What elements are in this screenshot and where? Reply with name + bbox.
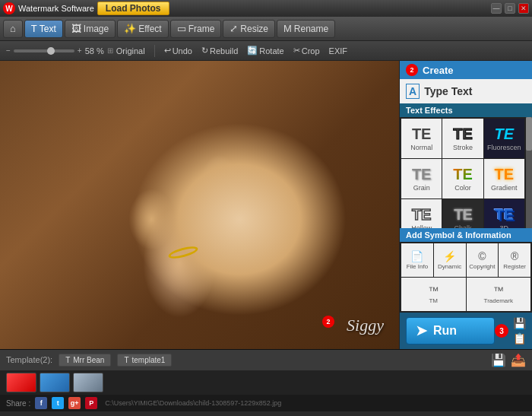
undo-button[interactable]: ↩ Undo bbox=[164, 46, 192, 56]
effects-scrollbar[interactable] bbox=[526, 117, 532, 228]
effect-stroke[interactable]: TE Stroke bbox=[442, 119, 483, 158]
text-effects-header: Text Effects bbox=[400, 103, 532, 117]
zoom-area: − + 58 % ⊞ Original bbox=[6, 46, 145, 56]
secondary-toolbar: − + 58 % ⊞ Original ↩ Undo ↻ Rebuild 🔄 R… bbox=[0, 41, 532, 61]
effect-name-hollow: Hollow bbox=[411, 224, 432, 228]
right-panel: 2 Create A Type Text Text Effects TE Nor… bbox=[399, 61, 532, 349]
export-icon-button[interactable]: 📋 bbox=[513, 332, 526, 345]
tab-frame[interactable]: ▭ Frame bbox=[170, 20, 222, 38]
maximize-button[interactable]: □ bbox=[505, 3, 515, 14]
symbol-dynamic[interactable]: ⚡ Dynamic bbox=[434, 243, 466, 277]
effect-normal[interactable]: TE Normal bbox=[401, 119, 442, 158]
symbol-tm[interactable]: ™ TM bbox=[401, 278, 466, 311]
effect-hollow[interactable]: TE Hollow bbox=[401, 199, 442, 228]
rotate-label: Rotate bbox=[259, 46, 283, 56]
tab-rename[interactable]: M Rename bbox=[277, 20, 335, 38]
symbol-register[interactable]: ® Register bbox=[499, 243, 530, 277]
resize-icon: ⤢ bbox=[230, 23, 238, 34]
undo-label: Undo bbox=[173, 46, 192, 56]
save-area: 💾 📤 bbox=[491, 353, 526, 367]
tab-effect-label: Effect bbox=[138, 24, 161, 34]
run-button[interactable]: ➤ Run bbox=[406, 317, 495, 345]
template-tab-mrr-bean[interactable]: T Mrr Bean bbox=[59, 354, 111, 367]
tab-image-label: Image bbox=[84, 24, 109, 34]
titlebar-left: W Watermark Software Load Photos bbox=[3, 2, 169, 15]
zoom-thumb[interactable] bbox=[47, 47, 55, 55]
titlebar-controls: — □ ✕ bbox=[491, 3, 529, 14]
template-bar: Template(2): T Mrr Bean T template1 💾 📤 bbox=[0, 350, 532, 371]
thumbnail-1[interactable] bbox=[6, 373, 36, 392]
zoom-in-icon: + bbox=[78, 46, 82, 55]
tab-rename-label: Rename bbox=[294, 24, 328, 34]
canvas-area[interactable]: 2 Siggy bbox=[0, 61, 399, 349]
create-badge: 2 bbox=[406, 64, 418, 76]
effects-wrapper: TE Normal TE Stroke TE Fluorescen TE Gra… bbox=[400, 117, 532, 228]
symbol-copyright[interactable]: © Copyright bbox=[467, 243, 499, 277]
type-text-button[interactable]: A Type Text bbox=[400, 79, 532, 103]
effect-te-3d: TE bbox=[495, 206, 515, 223]
effect-name-normal: Normal bbox=[410, 144, 432, 151]
zoom-percent: 58 % bbox=[85, 46, 104, 56]
tab-image[interactable]: 🖼 Image bbox=[65, 20, 116, 38]
effect-3d[interactable]: TE 3D bbox=[484, 199, 524, 228]
crop-button[interactable]: ✂ Crop bbox=[293, 46, 320, 56]
trademark-icon: ™ bbox=[493, 284, 504, 297]
symbol-section-header: Add Symbol & Information bbox=[400, 228, 532, 242]
rebuild-icon: ↻ bbox=[201, 46, 208, 56]
tab-resize[interactable]: ⤢ Resize bbox=[223, 20, 275, 38]
effect-icon: ✨ bbox=[124, 23, 136, 34]
symbol-trademark[interactable]: ™ Trademark bbox=[467, 278, 531, 311]
file-info-icon: 📄 bbox=[410, 250, 423, 262]
trademark-label: Trademark bbox=[484, 297, 513, 304]
effect-chalk[interactable]: TE Chalk bbox=[442, 199, 483, 228]
thumbnail-3[interactable] bbox=[73, 373, 103, 392]
minimize-button[interactable]: — bbox=[491, 3, 502, 14]
exif-button[interactable]: EXIF bbox=[329, 46, 347, 56]
effect-te-grain: TE bbox=[412, 166, 432, 183]
effect-te-color: TE bbox=[453, 166, 473, 183]
effect-name-fluorescent: Fluorescen bbox=[487, 144, 521, 151]
tab-effect[interactable]: ✨ Effect bbox=[117, 20, 168, 38]
effect-color[interactable]: TE Color bbox=[442, 159, 483, 198]
register-icon: ® bbox=[511, 250, 518, 262]
effects-scroll-thumb[interactable] bbox=[526, 117, 532, 151]
photo-background: 2 Siggy bbox=[0, 61, 399, 349]
rotate-button[interactable]: 🔄 Rotate bbox=[247, 46, 283, 56]
effect-name-gradient: Gradient bbox=[491, 184, 518, 192]
text-icon: T bbox=[31, 23, 37, 34]
zoom-slider[interactable] bbox=[14, 49, 74, 52]
symbol-file-info[interactable]: 📄 File Info bbox=[401, 243, 433, 277]
home-icon: ⌂ bbox=[10, 23, 16, 34]
effect-grain[interactable]: TE Grain bbox=[401, 159, 442, 198]
twitter-button[interactable]: t bbox=[52, 397, 64, 409]
template-icon-2: T bbox=[124, 356, 128, 364]
rebuild-button[interactable]: ↻ Rebuild bbox=[201, 46, 238, 56]
template-name-1: Mrr Bean bbox=[73, 356, 104, 364]
googleplus-button[interactable]: g+ bbox=[68, 397, 81, 409]
tm-label: TM bbox=[429, 297, 438, 304]
facebook-button[interactable]: f bbox=[35, 397, 47, 409]
load-photos-button[interactable]: Load Photos bbox=[97, 2, 169, 15]
template-tab-template1[interactable]: T template1 bbox=[117, 354, 172, 367]
file-info-label: File Info bbox=[407, 263, 428, 270]
frame-icon: ▭ bbox=[177, 23, 186, 34]
template-label: Template(2): bbox=[6, 355, 52, 364]
tab-frame-label: Frame bbox=[188, 24, 215, 34]
save-button-icon[interactable]: 💾 bbox=[491, 353, 506, 367]
home-button[interactable]: ⌂ bbox=[3, 20, 23, 38]
effect-name-color: Color bbox=[454, 184, 471, 192]
exif-label: EXIF bbox=[329, 46, 347, 56]
bottom-area: Template(2): T Mrr Bean T template1 💾 📤 bbox=[0, 349, 532, 395]
save-icon-button[interactable]: 💾 bbox=[513, 317, 526, 329]
tab-text[interactable]: T Text bbox=[24, 20, 63, 38]
effect-fluorescent[interactable]: TE Fluorescen bbox=[484, 119, 524, 158]
original-label: ⊞ bbox=[107, 46, 113, 55]
thumbnail-2[interactable] bbox=[40, 373, 70, 392]
export-button-icon[interactable]: 📤 bbox=[511, 353, 526, 367]
close-button[interactable]: ✕ bbox=[518, 3, 529, 14]
copyright-label: Copyright bbox=[469, 263, 495, 270]
photo-overlay bbox=[0, 61, 399, 349]
effect-gradient[interactable]: TE Gradient bbox=[484, 159, 524, 198]
effect-te-gradient: TE bbox=[495, 166, 515, 183]
pinterest-button[interactable]: P bbox=[85, 397, 97, 409]
